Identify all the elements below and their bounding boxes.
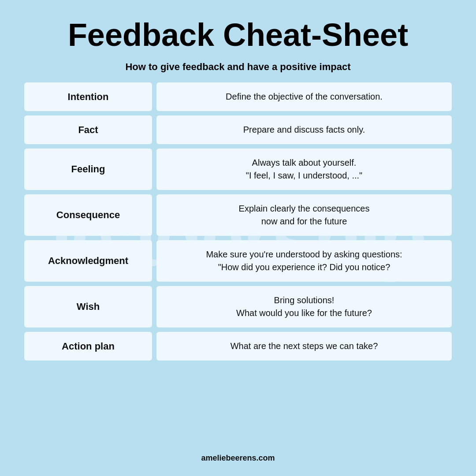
footer: ameliebeerens.com	[201, 449, 275, 463]
cell-label: Action plan	[24, 332, 152, 361]
cell-description: Define the objective of the conversation…	[156, 82, 452, 111]
cell-label: Fact	[24, 115, 152, 144]
cell-description: Prepare and discuss facts only.	[156, 115, 452, 144]
cell-description: Always talk about yourself. "I feel, I s…	[156, 149, 452, 190]
cell-label: Intention	[24, 82, 152, 111]
page-title: Feedback Cheat-Sheet	[68, 18, 408, 52]
table-row: FactPrepare and discuss facts only.	[24, 115, 452, 144]
subtitle: How to give feedback and have a positive…	[125, 61, 350, 73]
table-row: WishBring solutions! What would you like…	[24, 286, 452, 327]
table-row: AcknowledgmentMake sure you're understoo…	[24, 240, 452, 282]
cell-description: What are the next steps we can take?	[156, 332, 452, 361]
table-row: ConsequenceExplain clearly the consequen…	[24, 194, 452, 236]
rows-container: IntentionDefine the objective of the con…	[24, 82, 452, 365]
table-row: FeelingAlways talk about yourself. "I fe…	[24, 149, 452, 190]
cell-description: Make sure you're understood by asking qu…	[156, 240, 452, 282]
table-row: Action planWhat are the next steps we ca…	[24, 332, 452, 361]
cell-label: Feeling	[24, 149, 152, 190]
cell-label: Acknowledgment	[24, 240, 152, 282]
table-row: IntentionDefine the objective of the con…	[24, 82, 452, 111]
main-container: Feedback Cheat-Sheet How to give feedbac…	[0, 0, 476, 476]
cell-label: Wish	[24, 286, 152, 327]
cell-label: Consequence	[24, 194, 152, 236]
cell-description: Bring solutions! What would you like for…	[156, 286, 452, 327]
cell-description: Explain clearly the consequences now and…	[156, 194, 452, 236]
